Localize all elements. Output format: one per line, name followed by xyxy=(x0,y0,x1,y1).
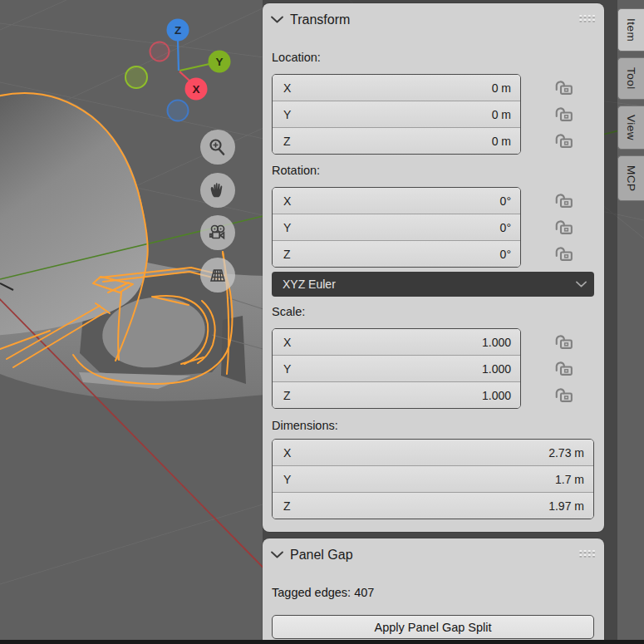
location-x-field[interactable]: X 0 m xyxy=(273,75,520,101)
transform-panel-header[interactable]: Transform xyxy=(263,3,604,35)
scale-y-field[interactable]: Y 1.000 xyxy=(273,355,520,381)
lock-open-icon[interactable] xyxy=(553,386,575,403)
chevron-down-icon xyxy=(576,281,587,288)
zoom-button[interactable] xyxy=(200,130,235,165)
dimensions-y-field[interactable]: Y 1.7 m xyxy=(273,465,593,492)
gizmo-neg-z-ball[interactable] xyxy=(168,101,189,121)
rotation-label: Rotation: xyxy=(272,164,320,177)
axis-label: Y xyxy=(273,221,291,234)
axis-label: Z xyxy=(273,135,291,148)
location-y-field[interactable]: Y 0 m xyxy=(273,101,520,127)
gizmo-x-label: X xyxy=(192,83,199,96)
panel-drag-grip-icon[interactable] xyxy=(579,549,597,558)
lock-open-icon[interactable] xyxy=(553,131,575,149)
tab-view[interactable]: View xyxy=(617,106,644,150)
axis-value: 2.73 m xyxy=(548,446,593,460)
scale-field-group: X 1.000 Y 1.000 Z 1.000 xyxy=(272,328,521,409)
lock-open-icon[interactable] xyxy=(553,191,575,209)
axis-label: Y xyxy=(273,473,291,486)
axis-value: 1.7 m xyxy=(555,473,593,486)
axis-value: 1.000 xyxy=(482,389,520,402)
location-field-group: X 0 m Y 0 m Z 0 m xyxy=(272,74,521,155)
axis-label: X xyxy=(273,336,291,349)
panel-gap-panel: Panel Gap Tagged edges: 407 Apply Panel … xyxy=(263,538,604,640)
axis-value: 1.000 xyxy=(482,336,520,349)
dimensions-field-group: X 2.73 m Y 1.7 m Z 1.97 m xyxy=(272,439,594,519)
lock-open-icon[interactable] xyxy=(553,244,575,262)
dimensions-x-field[interactable]: X 2.73 m xyxy=(273,440,593,465)
gizmo-z-label: Z xyxy=(175,24,181,37)
tab-mcp[interactable]: MCP xyxy=(617,155,644,201)
scale-label: Scale: xyxy=(272,305,305,318)
apply-panel-gap-split-button[interactable]: Apply Panel Gap Split xyxy=(272,615,594,639)
axis-value: 0° xyxy=(500,248,520,261)
location-z-field[interactable]: Z 0 m xyxy=(273,127,520,154)
lock-open-icon[interactable] xyxy=(553,78,575,96)
axis-label: Z xyxy=(273,389,291,402)
lock-open-icon[interactable] xyxy=(553,105,575,122)
tab-item[interactable]: Item xyxy=(617,8,644,52)
rotation-y-field[interactable]: Y 0° xyxy=(273,214,520,240)
scale-x-field[interactable]: X 1.000 xyxy=(273,329,520,355)
axis-value: 1.000 xyxy=(482,362,520,376)
axis-value: 0° xyxy=(500,221,520,234)
rotation-field-group: X 0° Y 0° Z 0° xyxy=(272,187,521,268)
axis-value: 0 m xyxy=(492,135,520,148)
rotation-x-field[interactable]: X 0° xyxy=(273,188,520,214)
panel-drag-grip-icon[interactable] xyxy=(579,14,597,23)
rotation-mode-value: XYZ Euler xyxy=(283,278,336,291)
tagged-edges-status: Tagged edges: 407 xyxy=(272,586,374,599)
lock-open-icon[interactable] xyxy=(553,332,575,350)
axis-value: 0 m xyxy=(492,108,520,121)
scale-z-field[interactable]: Z 1.000 xyxy=(273,381,520,408)
editor-bottom-border xyxy=(0,640,644,644)
axis-label: Y xyxy=(273,108,291,121)
rotation-mode-dropdown[interactable]: XYZ Euler xyxy=(272,272,594,297)
axis-label: Y xyxy=(273,362,291,376)
lock-open-icon[interactable] xyxy=(553,359,575,376)
tab-tool[interactable]: Tool xyxy=(617,57,644,100)
lock-open-icon[interactable] xyxy=(553,218,575,235)
grid-perspective-button[interactable] xyxy=(200,258,235,293)
axis-label: Z xyxy=(273,248,291,261)
rotation-z-field[interactable]: Z 0° xyxy=(273,240,520,267)
gizmo-y-label: Y xyxy=(215,56,223,68)
gizmo-neg-x-ball[interactable] xyxy=(150,42,170,61)
transform-panel: Transform Location: X 0 m xyxy=(263,3,604,532)
axis-value: 1.97 m xyxy=(548,499,593,513)
axis-value: 0 m xyxy=(492,81,520,95)
blender-window: Z Y X xyxy=(0,0,644,644)
gizmo-neg-y-ball[interactable] xyxy=(125,66,147,88)
camera-view-button[interactable] xyxy=(200,215,235,250)
location-label: Location: xyxy=(272,51,321,64)
axis-label: X xyxy=(273,194,291,208)
panel-title: Panel Gap xyxy=(290,548,353,563)
panel-gap-header[interactable]: Panel Gap xyxy=(263,538,604,570)
dimensions-z-field[interactable]: Z 1.97 m xyxy=(273,492,593,519)
axis-label: Z xyxy=(273,499,291,513)
chevron-down-icon[interactable] xyxy=(271,551,283,558)
axis-label: X xyxy=(273,81,291,95)
panel-title: Transform xyxy=(290,12,350,27)
chevron-down-icon[interactable] xyxy=(271,16,283,23)
dimensions-label: Dimensions: xyxy=(272,419,338,432)
axis-value: 0° xyxy=(500,194,520,208)
axis-label: X xyxy=(273,446,291,460)
pan-button[interactable] xyxy=(200,173,235,208)
